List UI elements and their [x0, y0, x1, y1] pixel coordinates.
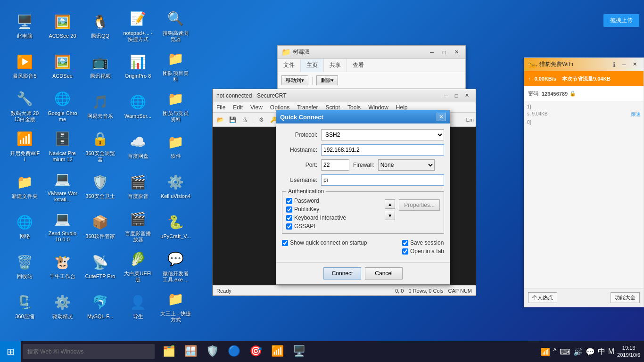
taskbar-app-wifi[interactable]: 📶 [267, 341, 288, 362]
menu-view[interactable]: View [247, 102, 266, 113]
icon-wechat-dev[interactable]: 💬 微信开发者工具.exe ... [158, 247, 193, 285]
tray-m-icon[interactable]: M [608, 347, 614, 356]
explorer-close-button[interactable]: ✕ [451, 48, 462, 57]
icon-team-member[interactable]: 📁 团员与党员资料 [158, 87, 193, 125]
icon-navicat[interactable]: 🗄️ Navicat Premium 12 [45, 127, 80, 165]
icon-tencent-video[interactable]: 📺 腾讯视频 [83, 47, 118, 85]
wifi-function-button[interactable]: 功能大全 [611, 292, 640, 303]
tray-wifi-icon[interactable]: 📶 [541, 347, 550, 356]
explorer-minimize-button[interactable]: ─ [427, 48, 437, 57]
wifi-info-button[interactable]: ℹ [609, 60, 619, 69]
icon-acdsee20[interactable]: 🖼️ ACDSee 20 [45, 7, 80, 45]
icon-cuteftp[interactable]: 📡 CuteFTP Pro [83, 247, 118, 285]
icon-keil[interactable]: ⚙️ Keil uVision4 [158, 167, 193, 205]
auth-password-checkbox[interactable] [286, 198, 292, 204]
tray-volume-icon[interactable]: 🔊 [573, 347, 583, 356]
tray-chat-icon[interactable]: 💬 [586, 347, 595, 356]
icon-dasan-folder[interactable]: 📁 大三上 - 快捷方式 [158, 288, 193, 325]
icon-baofeng[interactable]: ▶️ 暴风影音5 [7, 47, 42, 85]
icon-baidu-video2[interactable]: 🎬 百度影音播放器 [120, 207, 156, 245]
properties-button[interactable]: Properties... [399, 199, 440, 211]
menu-file[interactable]: File [213, 102, 229, 113]
auth-gssapi-checkbox[interactable] [286, 223, 292, 230]
icon-daoshi[interactable]: 👤 导生 [120, 288, 156, 325]
icon-netease-music[interactable]: 🎵 网易云音乐 [83, 87, 118, 125]
icon-qianniu[interactable]: 🐮 千牛工作台 [45, 247, 80, 285]
securecrt-minimize-button[interactable]: ─ [441, 91, 451, 100]
icon-tencent-qq[interactable]: 🐧 腾讯QQ [83, 7, 118, 45]
auth-down-button[interactable]: ▼ [385, 211, 395, 220]
icon-originpro8[interactable]: 📊 OriginPro 8 [120, 47, 156, 85]
icon-360-manager[interactable]: 📦 360软件管家 [83, 207, 118, 245]
toolbar-btn-3[interactable]: 🖨 [239, 115, 250, 125]
icon-360-guard[interactable]: 🛡️ 360安全卫士 [83, 167, 118, 205]
icon-sougou[interactable]: 🔍 搜狗高速浏览器 [158, 7, 193, 45]
connect-button[interactable]: Connect [323, 267, 361, 280]
wifi-minimize-button[interactable]: ─ [619, 60, 629, 69]
port-input[interactable] [321, 159, 349, 171]
toolbar-btn-1[interactable]: 📂 [215, 115, 226, 125]
dialog-close-button[interactable]: ✕ [437, 113, 446, 121]
tray-lang-icon[interactable]: 中 [598, 347, 605, 357]
taskbar-app-360[interactable]: 🛡️ [202, 341, 223, 362]
icon-vmware[interactable]: 💻 VMware Workstati... [45, 167, 80, 205]
icon-notepadpp[interactable]: 📝 notepad+... - 快捷方式 [120, 7, 156, 45]
tray-keyboard-icon[interactable]: ⌨ [560, 347, 570, 356]
icon-team-project[interactable]: 📁 团队项目资料 [158, 47, 193, 85]
icon-compress360[interactable]: 🗜️ 360压缩 [7, 288, 42, 325]
save-session-checkbox[interactable] [402, 240, 408, 246]
icon-dabaishu[interactable]: 🥬 大白菜UEFI版 [120, 247, 156, 285]
explorer-tab-share[interactable]: 共享 [324, 59, 347, 72]
username-input[interactable] [321, 174, 444, 186]
explorer-tab-home[interactable]: 主页 [301, 59, 324, 72]
icon-software[interactable]: 📁 软件 [158, 127, 193, 165]
start-button[interactable]: ⊞ [0, 341, 21, 362]
taskbar-app-screen[interactable]: 🖥️ [289, 341, 309, 362]
taskbar-app-store[interactable]: 🪟 [180, 341, 201, 362]
icon-new-folder[interactable]: 📁 新建文件夹 [7, 167, 42, 205]
taskbar-app-target[interactable]: 🎯 [245, 341, 266, 362]
explorer-maximize-button[interactable]: □ [439, 48, 449, 57]
auth-keyboard-checkbox[interactable] [286, 215, 292, 221]
open-in-tab-checkbox[interactable] [402, 248, 408, 255]
securecrt-maximize-button[interactable]: □ [451, 91, 462, 100]
taskbar-app-blue[interactable]: 🔵 [223, 341, 244, 362]
explorer-delete-button[interactable]: 删除▾ [316, 75, 338, 85]
show-quick-connect-checkbox[interactable] [282, 240, 288, 246]
tray-expand-icon[interactable]: ^ [553, 347, 557, 356]
menu-edit[interactable]: Edit [229, 102, 247, 113]
explorer-tab-view[interactable]: 查看 [347, 59, 370, 72]
icon-mysql-f[interactable]: 🐬 MySQL-F... [83, 288, 118, 325]
explorer-tab-file[interactable]: 文件 [278, 59, 301, 72]
hostname-input[interactable] [321, 144, 444, 156]
icon-360browser[interactable]: 🔒 360安全浏览器 [83, 127, 118, 165]
icon-drive-jing[interactable]: ⚙️ 驱动精灵 [45, 288, 80, 325]
icon-wampserver[interactable]: 🌐 WampSer... [120, 87, 156, 125]
protocol-select[interactable]: SSH2 [321, 129, 444, 140]
icon-acdsee[interactable]: 🖼️ ACDSee [45, 47, 80, 85]
auth-up-button[interactable]: ▲ [385, 199, 395, 209]
icon-my-computer[interactable]: 🖥️ 此电脑 [7, 7, 42, 45]
toolbar-btn-2[interactable]: 💾 [227, 115, 238, 125]
firewall-select[interactable]: None [378, 159, 435, 171]
auth-publickey-checkbox[interactable] [286, 206, 292, 213]
icon-recycle-bin[interactable]: 🗑️ 回收站 [7, 247, 42, 285]
icon-network[interactable]: 🌐 网络 [7, 207, 42, 245]
upload-button[interactable]: 拖拽上传 [603, 14, 639, 27]
icon-digital-dashi[interactable]: 🔧 数码大师 2013白金版 [7, 87, 42, 125]
icon-zend-studio[interactable]: 💻 Zend Studio 10.0.0 [45, 207, 80, 245]
toolbar-btn-4[interactable]: ⚙ [256, 115, 267, 125]
wifi-limit[interactable]: 限速 [631, 111, 641, 118]
icon-open-wifi[interactable]: 📶 开启免费WiFi [7, 127, 42, 165]
icon-baidu-video[interactable]: 🎬 百度影音 [120, 167, 156, 205]
icon-upycraft[interactable]: 🐍 uPyCraft_V... [158, 207, 193, 245]
wifi-hotspot-button[interactable]: 个人热点 [528, 292, 557, 303]
icon-baidu-cloud[interactable]: ☁️ 百度网盘 [120, 127, 156, 165]
wifi-close-button[interactable]: ✕ [629, 60, 640, 69]
securecrt-close-button[interactable]: ✕ [462, 91, 472, 100]
taskbar-search-input[interactable] [23, 344, 155, 359]
explorer-move-to-button[interactable]: 移动到▾ [281, 75, 308, 85]
taskbar-app-explorer[interactable]: 🗂️ [158, 341, 179, 362]
cancel-button[interactable]: Cancel [365, 267, 403, 280]
icon-google-chrome[interactable]: 🌐 Google Chrome [45, 87, 80, 125]
